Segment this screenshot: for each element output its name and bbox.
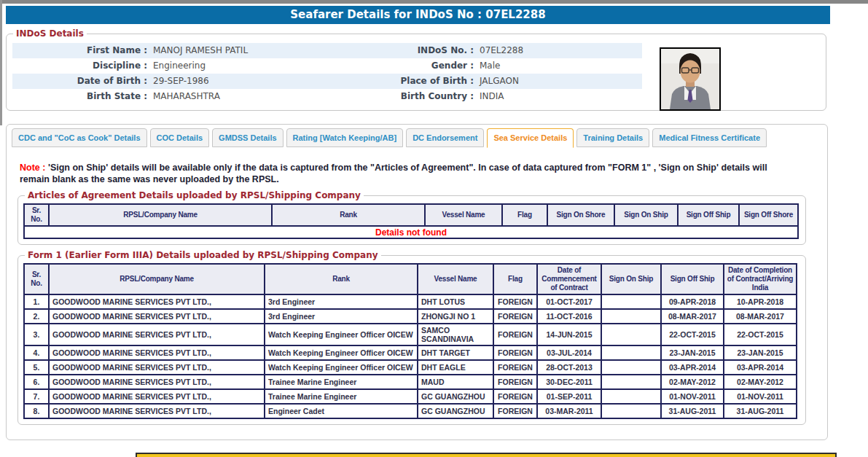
- column-header: Date of Commencement of Contract: [537, 264, 601, 294]
- tab-cdc-and-coc-as-cook-details[interactable]: CDC and "CoC as Cook" Details: [12, 128, 147, 147]
- table-cell: Trainee Marine Engineer: [265, 375, 418, 389]
- table-cell: Engineer Cadet: [265, 404, 418, 418]
- table-cell: GOODWOOD MARINE SERVICES PVT LTD.,: [49, 309, 265, 324]
- column-header: Flag: [502, 204, 547, 226]
- seafarer-photo: [660, 47, 721, 111]
- articles-of-agreement-section: Articles of Agreement Details uploaded b…: [17, 190, 806, 245]
- discipline-value: Engineering: [147, 58, 394, 74]
- table-cell: GOODWOOD MARINE SERVICES PVT LTD.,: [49, 294, 265, 309]
- table-cell: 01-NOV-2011: [724, 389, 797, 404]
- tab-rating-watch-keeping-ab[interactable]: Rating [Watch Keeping/AB]: [286, 128, 404, 147]
- table-cell: DHT TARGET: [418, 345, 493, 360]
- birth-state-label: Birth State :: [12, 89, 147, 104]
- gender-label: Gender :: [394, 58, 474, 74]
- column-header: Rank: [265, 264, 418, 294]
- table-cell: FOREIGN: [493, 360, 537, 375]
- table-cell: 2.: [24, 309, 49, 324]
- table-cell: 14-JUN-2015: [537, 324, 601, 345]
- table-cell: 1.: [24, 294, 49, 309]
- table-cell: 03-APR-2014: [724, 360, 797, 375]
- table-cell: 22-OCT-2015: [724, 324, 797, 345]
- column-header: Rank: [272, 204, 425, 226]
- birth-state-value: MAHARASHTRA: [147, 89, 394, 104]
- table-cell: SAMCO SCANDINAVIA: [418, 324, 493, 345]
- table-row: 1.GOODWOOD MARINE SERVICES PVT LTD.,3rd …: [24, 294, 797, 309]
- table-cell: FOREIGN: [493, 324, 537, 345]
- table-cell: 08-MAR-2017: [724, 309, 797, 324]
- tab-sea-service-details[interactable]: Sea Service Details: [487, 128, 574, 148]
- indos-details-legend: INDoS Details: [13, 28, 87, 39]
- table-cell: FOREIGN: [493, 294, 537, 309]
- table-cell: 3.: [24, 324, 49, 345]
- sign-on-ship-note: Note : 'Sign on Ship' details will be av…: [20, 163, 789, 185]
- table-cell: [601, 404, 661, 418]
- table-cell: [601, 375, 661, 389]
- table-cell: [601, 345, 661, 360]
- table-cell: GC GUANGZHOU: [418, 404, 493, 418]
- form1-table-body: 1.GOODWOOD MARINE SERVICES PVT LTD.,3rd …: [24, 294, 797, 418]
- column-header: Sign On Ship: [601, 264, 661, 294]
- note-body: 'Sign on Ship' details will be available…: [20, 163, 767, 184]
- table-cell: [601, 324, 661, 345]
- page-title: Seafarer Details for INDoS No : 07EL2288: [6, 6, 830, 24]
- table-cell: GC GUANGZHOU: [418, 389, 493, 404]
- table-cell: 3rd Engineer: [265, 294, 418, 309]
- table-cell: MAUD: [418, 375, 493, 389]
- table-cell: 01-NOV-2011: [661, 389, 724, 404]
- table-cell: Trainee Marine Engineer: [265, 389, 418, 404]
- tab-dc-endorsement[interactable]: DC Endorsement: [406, 128, 484, 147]
- gender-value: Male: [474, 58, 642, 74]
- table-cell: 31-AUG-2011: [724, 404, 797, 418]
- table-cell: FOREIGN: [493, 309, 537, 324]
- table-row: 6.GOODWOOD MARINE SERVICES PVT LTD.,Trai…: [24, 375, 797, 389]
- column-header: Sign On Ship: [614, 204, 678, 226]
- table-cell: 02-MAY-2012: [724, 375, 797, 389]
- articles-of-agreement-table: Sr. No.RPSL/Company NameRankVessel NameF…: [23, 203, 799, 239]
- indos-details-body: First Name : MANOJ RAMESH PATIL INDoS No…: [7, 39, 826, 110]
- table-row: 5.GOODWOOD MARINE SERVICES PVT LTD.,Watc…: [24, 360, 797, 375]
- first-name-label: First Name :: [12, 43, 147, 58]
- tab-training-details[interactable]: Training Details: [576, 128, 649, 147]
- form1-table: Sr. No.RPSL/Company NameRankVessel NameF…: [23, 263, 797, 419]
- table-cell: 11-OCT-2016: [537, 309, 601, 324]
- table-cell: GOODWOOD MARINE SERVICES PVT LTD.,: [49, 345, 265, 360]
- table-row: 7.GOODWOOD MARINE SERVICES PVT LTD.,Trai…: [24, 389, 797, 404]
- page: { "page": { "title": "Seafarer Details f…: [0, 0, 868, 457]
- table-cell: Watch Keeping Engineer Officer OICEW: [265, 324, 418, 345]
- table-cell: GOODWOOD MARINE SERVICES PVT LTD.,: [49, 375, 265, 389]
- form1-table-header-row: Sr. No.RPSL/Company NameRankVessel NameF…: [24, 264, 797, 294]
- table-cell: 3rd Engineer: [265, 309, 418, 324]
- table-cell: 01-OCT-2017: [537, 294, 601, 309]
- window-left-edge: [0, 0, 2, 125]
- table-cell: GOODWOOD MARINE SERVICES PVT LTD.,: [49, 324, 265, 345]
- table-cell: GOODWOOD MARINE SERVICES PVT LTD.,: [49, 360, 265, 375]
- table-cell: FOREIGN: [493, 389, 537, 404]
- notice-marquee: [136, 453, 837, 457]
- info-row-discipline: Discipline : Engineering Gender : Male: [12, 58, 642, 74]
- table-cell: 03-MAR-2011: [537, 404, 601, 418]
- birth-country-label: Birth Country :: [394, 89, 474, 104]
- note-prefix: Note :: [20, 163, 45, 173]
- window-top-edge: [0, 0, 868, 4]
- table-cell: [601, 389, 661, 404]
- table-cell: Watch Keeping Engineer Officer OICEW: [265, 360, 418, 375]
- table-cell: FOREIGN: [493, 404, 537, 418]
- table-row: 8.GOODWOOD MARINE SERVICES PVT LTD.,Engi…: [24, 404, 797, 418]
- articles-empty-row: Details not found: [24, 226, 798, 238]
- table-cell: FOREIGN: [493, 345, 537, 360]
- table-cell: 02-MAY-2012: [661, 375, 724, 389]
- indos-no-label: INDoS No. :: [394, 43, 474, 58]
- table-cell: 28-OCT-2013: [537, 360, 601, 375]
- table-cell: 5.: [24, 360, 49, 375]
- tab-coc-details[interactable]: COC Details: [150, 128, 210, 147]
- table-cell: 03-APR-2014: [661, 360, 724, 375]
- table-cell: 30-DEC-2011: [537, 375, 601, 389]
- tab-medical-fitness-certificate[interactable]: Medical Fitness Certificate: [652, 128, 767, 147]
- articles-table-header-row: Sr. No.RPSL/Company NameRankVessel NameF…: [24, 204, 798, 226]
- place-of-birth-label: Place of Birth :: [394, 74, 474, 89]
- table-cell: GOODWOOD MARINE SERVICES PVT LTD.,: [49, 404, 265, 418]
- birth-country-value: INDIA: [474, 89, 642, 104]
- tab-strip: CDC and "CoC as Cook" Details COC Detail…: [12, 128, 767, 148]
- tab-gmdss-details[interactable]: GMDSS Details: [212, 128, 283, 147]
- table-cell: 03-JUL-2014: [537, 345, 601, 360]
